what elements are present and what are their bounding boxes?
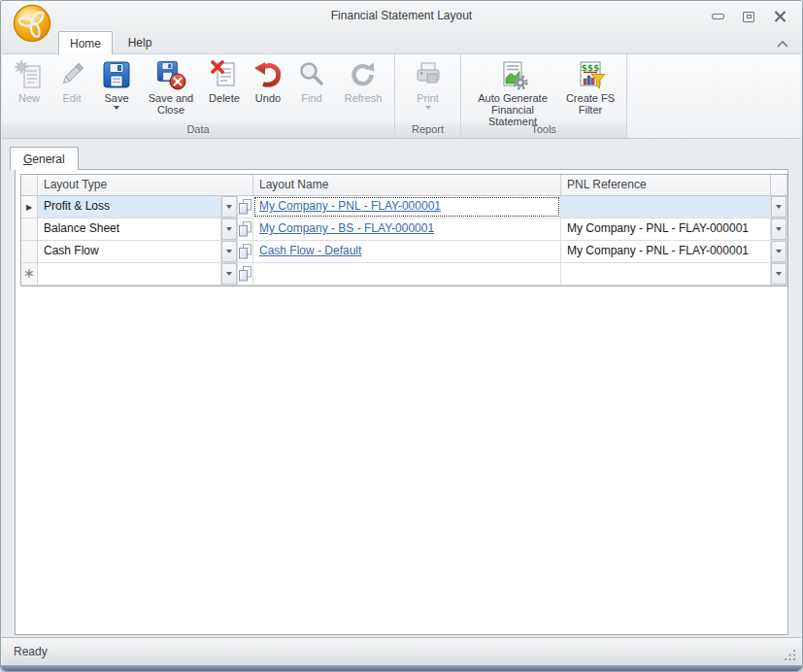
pnl-reference-cell[interactable]: My Company - PNL - FLAY-000001: [561, 241, 771, 263]
header-indicator: [21, 175, 38, 196]
copy-layout-button[interactable]: [238, 241, 253, 263]
layout-name-link[interactable]: Cash Flow - Default: [259, 244, 361, 257]
dropdown-caret-icon: [226, 227, 232, 231]
find-button-label: Find: [301, 92, 321, 104]
header-dropdown-spacer: [771, 175, 787, 196]
layout-type-cell[interactable]: Cash Flow: [38, 241, 221, 263]
ribbon: New Edit: [2, 53, 801, 139]
ribbon-tab-row: Home Help: [1, 30, 802, 53]
layout-type-dropdown-button[interactable]: [221, 196, 238, 218]
header-pnl-reference: PNL Reference: [561, 175, 771, 196]
table-row-profit-and-loss: ▶ Profit & Loss My Company - PNL - FLAY-…: [21, 196, 787, 218]
dropdown-caret-icon: [776, 227, 782, 231]
create-fs-filter-button[interactable]: $$$ Create FS Filter: [558, 56, 622, 116]
save-dropdown-caret-icon: [114, 106, 119, 110]
minimize-icon: [712, 14, 724, 19]
auto-generate-financial-statement-button[interactable]: Auto Generate Financial Statement: [467, 56, 558, 127]
refresh-button-label: Refresh: [345, 92, 383, 104]
status-text: Ready: [14, 645, 48, 658]
row-indicator: [21, 218, 38, 241]
group-label-data: Data: [2, 122, 394, 138]
copy-pages-icon: [239, 266, 251, 282]
delete-document-icon: [209, 59, 240, 90]
layout-name-link[interactable]: My Company - BS - FLAY-000001: [259, 221, 434, 235]
layout-type-cell[interactable]: [38, 263, 221, 286]
save-button[interactable]: Save: [93, 56, 140, 110]
chevron-up-icon: [776, 40, 789, 49]
content-area: General Layout Type Layout Name PNL Refe…: [2, 139, 801, 637]
grid-header-row: Layout Type Layout Name PNL Reference: [21, 175, 787, 196]
table-row-new: ∗: [21, 263, 787, 286]
tab-home[interactable]: Home: [58, 31, 113, 54]
copy-layout-button[interactable]: [238, 218, 253, 241]
layout-name-link[interactable]: My Company - PNL - FLAY-000001: [259, 199, 441, 213]
pnl-reference-cell[interactable]: [561, 196, 771, 218]
group-label-report: Report: [395, 122, 460, 138]
dropdown-caret-icon: [226, 272, 232, 276]
dropdown-caret-icon: [776, 272, 782, 276]
save-and-close-icon: [155, 59, 186, 90]
save-and-close-button-label: Save and Close: [140, 92, 202, 116]
layout-type-cell[interactable]: Balance Sheet: [38, 218, 221, 241]
current-row-arrow-icon: ▶: [26, 203, 32, 212]
pnl-reference-dropdown-button[interactable]: [771, 241, 787, 263]
general-tab-page: Layout Type Layout Name PNL Reference ▶ …: [15, 169, 788, 635]
refresh-icon: [348, 59, 379, 90]
dropdown-caret-icon: [226, 205, 232, 209]
delete-button-label: Delete: [209, 92, 240, 104]
layout-name-cell[interactable]: [253, 263, 561, 286]
save-floppy-icon: [101, 59, 132, 90]
delete-button[interactable]: Delete: [202, 56, 247, 104]
copy-layout-button[interactable]: [238, 196, 253, 218]
layout-name-cell[interactable]: My Company - BS - FLAY-000001: [253, 218, 561, 241]
dropdown-caret-icon: [776, 205, 782, 209]
header-layout-type: Layout Type: [38, 175, 253, 196]
layout-type-cell[interactable]: Profit & Loss: [38, 196, 221, 218]
copy-pages-icon: [239, 244, 251, 259]
layout-name-cell[interactable]: Cash Flow - Default: [253, 241, 561, 263]
restore-button[interactable]: [740, 10, 757, 23]
new-document-icon: [14, 59, 45, 90]
pnl-reference-cell[interactable]: [561, 263, 771, 286]
close-icon: [774, 11, 786, 22]
close-button[interactable]: [771, 10, 788, 23]
save-and-close-button[interactable]: Save and Close: [140, 56, 202, 116]
tab-general[interactable]: General: [10, 147, 79, 170]
header-layout-name: Layout Name: [253, 175, 561, 196]
tab-help[interactable]: Help: [116, 31, 164, 54]
window-bottom-edge: [1, 665, 802, 671]
dropdown-caret-icon: [776, 250, 782, 253]
print-button: Print: [404, 56, 452, 110]
resize-grip[interactable]: [785, 650, 796, 661]
table-row-cash-flow: Cash Flow Cash Flow - Default My Company…: [21, 241, 787, 263]
save-button-label: Save: [104, 92, 128, 104]
pnl-reference-cell[interactable]: My Company - PNL - FLAY-000001: [561, 218, 771, 241]
window-title: Financial Statement Layout: [1, 9, 802, 22]
table-row-balance-sheet: Balance Sheet My Company - BS - FLAY-000…: [21, 218, 787, 241]
app-logo-trefoil-icon[interactable]: [13, 4, 51, 43]
copy-pages-icon: [239, 221, 251, 237]
print-dropdown-caret-icon: [425, 106, 431, 110]
find-button: Find: [289, 56, 334, 104]
minimize-button[interactable]: [709, 10, 726, 23]
layout-type-dropdown-button[interactable]: [221, 218, 238, 241]
copy-layout-button[interactable]: [238, 263, 253, 286]
layout-name-cell[interactable]: My Company - PNL - FLAY-000001: [253, 196, 561, 218]
ribbon-group-data: New Edit: [2, 54, 395, 138]
window-controls: [709, 10, 788, 23]
copy-pages-icon: [239, 199, 251, 215]
tab-general-accelerator: G: [23, 152, 32, 166]
undo-button[interactable]: Undo: [247, 56, 289, 104]
layout-type-dropdown-button[interactable]: [221, 241, 238, 263]
dropdown-caret-icon: [226, 250, 232, 253]
pnl-reference-dropdown-button[interactable]: [771, 263, 787, 286]
new-button-label: New: [18, 92, 40, 104]
collapse-ribbon-button[interactable]: [775, 37, 790, 50]
pnl-reference-dropdown-button[interactable]: [771, 218, 787, 241]
new-button: New: [8, 56, 50, 104]
print-button-label: Print: [417, 92, 439, 104]
layouts-grid: Layout Type Layout Name PNL Reference ▶ …: [20, 174, 788, 286]
layout-type-dropdown-button[interactable]: [221, 263, 238, 286]
new-row-asterisk-icon: ∗: [23, 265, 35, 281]
pnl-reference-dropdown-button[interactable]: [771, 196, 787, 218]
